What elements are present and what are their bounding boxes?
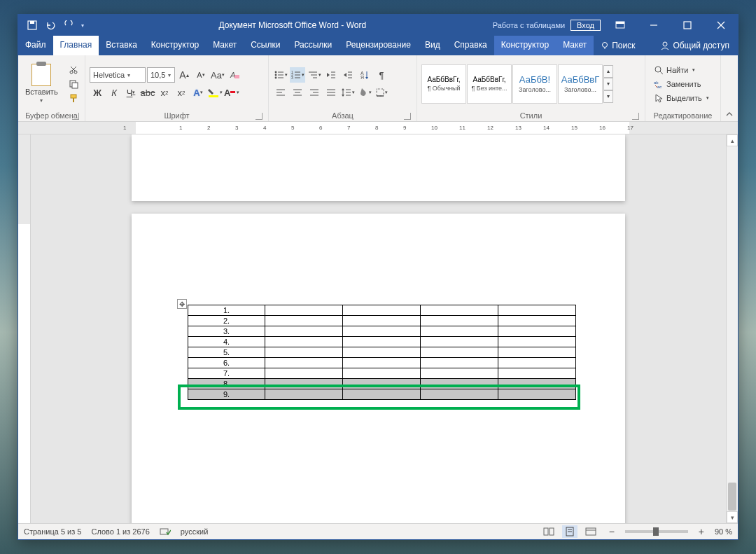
numbering-icon[interactable]: 123▾ <box>290 67 305 83</box>
table-cell[interactable] <box>421 347 498 358</box>
print-layout-icon[interactable] <box>562 525 578 538</box>
table-cell[interactable] <box>343 358 421 368</box>
format-painter-icon[interactable] <box>66 92 80 104</box>
highlight-icon[interactable]: ▾ <box>207 85 223 100</box>
zoom-slider[interactable] <box>625 530 688 533</box>
table-row[interactable]: 5. <box>188 347 576 358</box>
table-cell[interactable] <box>498 379 576 389</box>
qat-dropdown-icon[interactable]: ▾ <box>78 17 87 34</box>
minimize-button[interactable] <box>640 15 668 35</box>
tab-help[interactable]: Справка <box>447 36 494 55</box>
table-cell[interactable] <box>343 389 421 400</box>
table-row[interactable]: 6. <box>188 358 576 368</box>
table-cell[interactable] <box>343 368 421 379</box>
table-cell[interactable] <box>343 326 421 337</box>
page-current[interactable]: ✥ 1.2.3.4.5.6.7.8.9. <box>132 214 625 523</box>
spellcheck-icon[interactable] <box>160 527 171 536</box>
zoom-slider-thumb[interactable] <box>653 527 659 536</box>
table-cell[interactable] <box>498 347 576 358</box>
zoom-out-button[interactable]: − <box>604 525 620 538</box>
strikethrough-button[interactable]: abc <box>140 85 155 100</box>
sort-icon[interactable]: AЯ <box>357 67 372 83</box>
table-row[interactable]: 3. <box>188 326 576 337</box>
table-cell[interactable] <box>421 337 498 347</box>
clipboard-dialog-launcher[interactable] <box>72 113 79 120</box>
table-move-handle[interactable]: ✥ <box>177 299 187 309</box>
justify-icon[interactable] <box>323 85 339 100</box>
horizontal-ruler[interactable]: 11234567891011121314151617 <box>18 122 738 134</box>
table-cell[interactable] <box>343 337 421 347</box>
table-cell[interactable] <box>421 389 498 400</box>
styles-scroll-up[interactable]: ▴ <box>603 65 613 78</box>
change-case-icon[interactable]: Aa▾ <box>210 67 225 83</box>
font-color-icon[interactable]: A▾ <box>224 85 239 100</box>
paste-button[interactable]: Вставить ▾ <box>22 62 61 105</box>
language-status[interactable]: русский <box>181 527 208 536</box>
table-cell[interactable] <box>265 326 343 337</box>
superscript-button[interactable]: x2 <box>174 85 189 100</box>
table-cell[interactable]: 8. <box>188 379 265 389</box>
table-cell[interactable] <box>498 389 576 400</box>
font-name-combo[interactable]: Helvetica▾ <box>90 67 146 83</box>
table-row[interactable]: 1. <box>188 305 576 316</box>
tab-table-design[interactable]: Конструктор <box>494 36 556 55</box>
tab-layout[interactable]: Макет <box>206 36 244 55</box>
align-center-icon[interactable] <box>290 85 305 100</box>
table-cell[interactable] <box>498 368 576 379</box>
tab-mailings[interactable]: Рассылки <box>287 36 339 55</box>
document-table[interactable]: 1.2.3.4.5.6.7.8.9. <box>188 305 576 400</box>
table-cell[interactable] <box>265 368 343 379</box>
multilevel-list-icon[interactable]: ▾ <box>307 67 322 83</box>
table-cell[interactable] <box>498 326 576 337</box>
tab-table-layout[interactable]: Макет <box>556 36 594 55</box>
word-count[interactable]: Слово 1 из 2676 <box>91 527 149 536</box>
table-cell[interactable]: 9. <box>188 389 265 400</box>
font-dialog-launcher[interactable] <box>255 113 262 120</box>
table-row[interactable]: 9. <box>188 389 576 400</box>
table-cell[interactable] <box>265 316 343 326</box>
style-item-3[interactable]: АаБбВвГЗаголово... <box>558 64 603 104</box>
collapse-ribbon-icon[interactable] <box>721 55 738 121</box>
table-cell[interactable] <box>421 379 498 389</box>
shrink-font-icon[interactable]: A▾ <box>193 67 209 83</box>
save-icon[interactable] <box>24 17 41 34</box>
tell-me-search[interactable]: Поиск <box>594 36 642 55</box>
tab-home[interactable]: Главная <box>53 36 99 55</box>
zoom-in-button[interactable]: + <box>694 525 709 538</box>
read-mode-icon[interactable] <box>541 525 556 538</box>
copy-icon[interactable] <box>66 78 80 90</box>
style-item-1[interactable]: АаБбВвГг,¶ Без инте... <box>467 64 512 104</box>
table-cell[interactable] <box>343 305 421 316</box>
text-effects-icon[interactable]: A▾ <box>190 85 206 100</box>
subscript-button[interactable]: x2 <box>157 85 172 100</box>
table-cell[interactable] <box>343 316 421 326</box>
table-cell[interactable]: 3. <box>188 326 265 337</box>
paragraph-dialog-launcher[interactable] <box>404 113 411 120</box>
tab-file[interactable]: Файл <box>18 36 53 55</box>
document-canvas[interactable]: ✥ 1.2.3.4.5.6.7.8.9. <box>31 134 726 523</box>
select-button[interactable]: Выделить▾ <box>652 92 710 104</box>
table-cell[interactable] <box>265 337 343 347</box>
bold-button[interactable]: Ж <box>90 85 105 100</box>
borders-icon[interactable]: ▾ <box>374 85 389 100</box>
clear-formatting-icon[interactable]: A <box>227 67 242 83</box>
underline-button[interactable]: Ч▾ <box>123 85 139 100</box>
ribbon-options-icon[interactable] <box>606 15 634 35</box>
table-cell[interactable] <box>421 368 498 379</box>
table-cell[interactable] <box>421 326 498 337</box>
table-cell[interactable]: 7. <box>188 368 265 379</box>
styles-scroll-down[interactable]: ▾ <box>603 78 613 90</box>
cut-icon[interactable] <box>66 64 80 76</box>
styles-expand[interactable]: ▾ <box>603 90 613 103</box>
table-cell[interactable] <box>421 316 498 326</box>
scroll-thumb[interactable] <box>728 483 736 511</box>
tab-references[interactable]: Ссылки <box>244 36 287 55</box>
redo-icon[interactable] <box>60 17 77 34</box>
tab-review[interactable]: Рецензирование <box>339 36 418 55</box>
align-right-icon[interactable] <box>307 85 322 100</box>
page-status[interactable]: Страница 5 из 5 <box>24 527 81 536</box>
table-cell[interactable]: 2. <box>188 316 265 326</box>
bullets-icon[interactable]: ▾ <box>273 67 288 83</box>
tab-design[interactable]: Конструктор <box>144 36 206 55</box>
vertical-ruler[interactable] <box>18 134 31 523</box>
